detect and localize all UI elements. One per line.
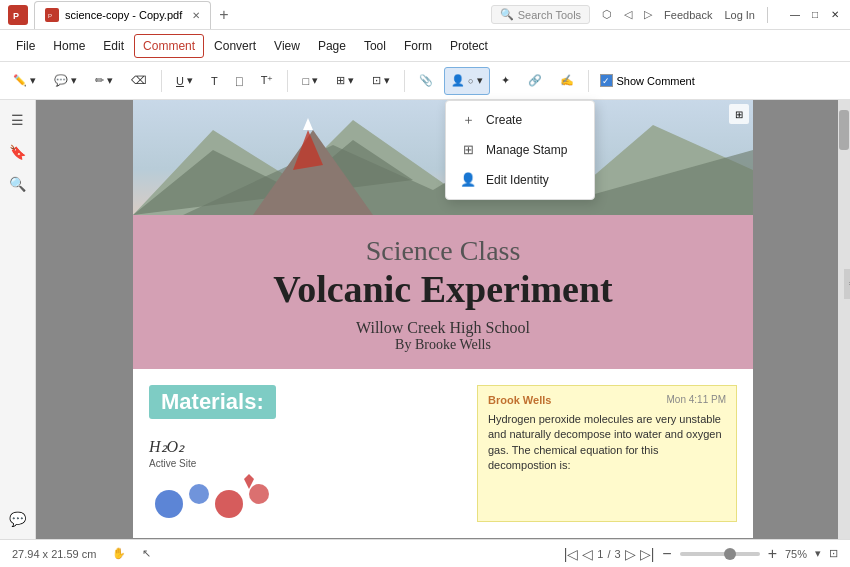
underline-icon: U xyxy=(176,75,184,87)
materials-section: Materials: H₂O₂ Active Site xyxy=(149,385,461,522)
insert-text-icon: T⁺ xyxy=(261,74,274,87)
link-icon: 🔗 xyxy=(528,74,542,87)
login-button[interactable]: Log In xyxy=(724,9,755,21)
comment-text: Hydrogen peroxide molecules are very uns… xyxy=(488,412,726,474)
titlebar: P P science-copy - Copy.pdf ✕ + 🔍 Search… xyxy=(0,0,850,30)
fit-page-btn[interactable]: ⊡ xyxy=(829,547,838,560)
comment-header: Brook Wells Mon 4:11 PM xyxy=(488,394,726,406)
search-tools-input[interactable]: 🔍 Search Tools xyxy=(491,5,590,24)
area-arrow: ▾ xyxy=(384,74,390,87)
prev-page-btn[interactable]: ◁ xyxy=(582,546,593,562)
minimize-button[interactable]: — xyxy=(788,8,802,22)
callout-btn[interactable]: ⎕ xyxy=(229,67,250,95)
comment-time: Mon 4:11 PM xyxy=(667,394,726,406)
link-btn[interactable]: 🔗 xyxy=(521,67,549,95)
close-window-button[interactable]: ✕ xyxy=(828,8,842,22)
dropdown-edit-identity[interactable]: 👤 Edit Identity xyxy=(446,165,594,195)
svg-point-12 xyxy=(215,490,243,518)
page-bottom-section: Materials: H₂O₂ Active Site xyxy=(133,369,753,538)
page-corner-btn[interactable]: ⊞ xyxy=(729,104,749,124)
menu-protect[interactable]: Protect xyxy=(442,35,496,57)
active-tab[interactable]: P science-copy - Copy.pdf ✕ xyxy=(34,1,211,29)
show-comment-checkbox[interactable] xyxy=(600,74,613,87)
shape-dropdown-btn[interactable]: □ ▾ xyxy=(295,67,325,95)
tab-close-button[interactable]: ✕ xyxy=(192,10,200,21)
titlebar-right: 🔍 Search Tools ⬡ ◁ ▷ Feedback Log In — □… xyxy=(491,5,842,24)
scrollbar-thumb[interactable] xyxy=(839,110,849,150)
select-tool-icon[interactable]: ↖ xyxy=(142,547,151,560)
zoom-dropdown-arrow[interactable]: ▾ xyxy=(815,547,821,560)
dropdown-create[interactable]: ＋ Create xyxy=(446,105,594,135)
search-tools-icon: 🔍 xyxy=(500,8,514,21)
underline-dropdown-btn[interactable]: U ▾ xyxy=(169,67,200,95)
zoom-slider[interactable] xyxy=(680,552,760,556)
comment-dropdown-btn[interactable]: 💬 ▾ xyxy=(47,67,84,95)
zoom-thumb xyxy=(724,548,736,560)
show-comment-area: Show Comment xyxy=(600,74,695,87)
sidebar-icon-menu[interactable]: ☰ xyxy=(4,106,32,134)
main-area: ☰ 🔖 🔍 💬 › xyxy=(0,100,850,539)
first-page-btn[interactable]: |◁ xyxy=(564,546,579,562)
feedback-button[interactable]: Feedback xyxy=(664,9,712,21)
sidebar-icon-search[interactable]: 🔍 xyxy=(4,170,32,198)
sep1 xyxy=(161,70,162,92)
active-site-label: Active Site xyxy=(149,458,461,469)
attach-btn[interactable]: 📎 xyxy=(412,67,440,95)
menu-edit[interactable]: Edit xyxy=(95,35,132,57)
back-icon[interactable]: ◁ xyxy=(624,8,632,21)
menu-tool[interactable]: Tool xyxy=(356,35,394,57)
next-page-btn[interactable]: ▷ xyxy=(625,546,636,562)
zoom-out-btn[interactable]: − xyxy=(662,545,671,563)
stamp-dropdown-btn[interactable]: 👤 ○ ▾ ＋ Create ⊞ Manage Stamp 👤 Edit Ide… xyxy=(444,67,489,95)
menu-page[interactable]: Page xyxy=(310,35,354,57)
last-page-btn[interactable]: ▷| xyxy=(640,546,655,562)
text-btn[interactable]: T xyxy=(204,67,225,95)
measure-dropdown-btn[interactable]: ⊞ ▾ xyxy=(329,67,361,95)
separator-line xyxy=(767,7,768,23)
page-nav: |◁ ◁ 1 / 3 ▷ ▷| xyxy=(564,546,655,562)
molecule-svg xyxy=(149,469,279,519)
menu-view[interactable]: View xyxy=(266,35,308,57)
zoom-in-btn[interactable]: + xyxy=(768,545,777,563)
area-dropdown-btn[interactable]: ⊡ ▾ xyxy=(365,67,397,95)
forward-icon[interactable]: ▷ xyxy=(644,8,652,21)
menu-comment[interactable]: Comment xyxy=(134,34,204,58)
scrollbar-track[interactable] xyxy=(838,100,850,539)
annotation-dropdown-btn[interactable]: ✏️ ▾ xyxy=(6,67,43,95)
comment-icon: 💬 xyxy=(54,74,68,87)
external-link-icon[interactable]: ⬡ xyxy=(602,8,612,21)
measure-arrow: ▾ xyxy=(348,74,354,87)
menu-form[interactable]: Form xyxy=(396,35,440,57)
sidebar-icon-bookmark[interactable]: 🔖 xyxy=(4,138,32,166)
highlight-btn[interactable]: ✦ xyxy=(494,67,517,95)
sep2 xyxy=(287,70,288,92)
page-title-main: Volcanic Experiment xyxy=(143,267,743,311)
highlight-icon: ✦ xyxy=(501,74,510,87)
eraser-btn[interactable]: ⌫ xyxy=(124,67,154,95)
pencil-dropdown-btn[interactable]: ✏ ▾ xyxy=(88,67,120,95)
page-current: 1 xyxy=(597,548,603,560)
new-tab-button[interactable]: + xyxy=(211,6,236,24)
create-label: Create xyxy=(486,113,522,127)
statusbar-right: |◁ ◁ 1 / 3 ▷ ▷| − + 75% ▾ ⊡ xyxy=(564,545,838,563)
plus-icon: ＋ xyxy=(460,112,476,128)
menu-convert[interactable]: Convert xyxy=(206,35,264,57)
insert-text-btn[interactable]: T⁺ xyxy=(254,67,281,95)
dropdown-manage-stamp[interactable]: ⊞ Manage Stamp xyxy=(446,135,594,165)
page-title-top: Science Class xyxy=(143,235,743,267)
sidebar-collapse-handle[interactable]: › xyxy=(844,269,850,299)
sep3 xyxy=(404,70,405,92)
text-icon: T xyxy=(211,75,218,87)
signature-btn[interactable]: ✍ xyxy=(553,67,581,95)
stamp-dropdown-menu: ＋ Create ⊞ Manage Stamp 👤 Edit Identity xyxy=(445,100,595,200)
maximize-button[interactable]: □ xyxy=(808,8,822,22)
sidebar-icon-comment[interactable]: 💬 xyxy=(4,505,32,533)
shape-icon: □ xyxy=(302,75,309,87)
zoom-value: 75% xyxy=(785,548,807,560)
person-icon: 👤 xyxy=(460,172,476,188)
menu-home[interactable]: Home xyxy=(45,35,93,57)
page-subtitle: Willow Creek High School xyxy=(143,319,743,337)
menu-file[interactable]: File xyxy=(8,35,43,57)
hand-tool-icon[interactable]: ✋ xyxy=(112,547,126,560)
tab-label: science-copy - Copy.pdf xyxy=(65,9,182,21)
